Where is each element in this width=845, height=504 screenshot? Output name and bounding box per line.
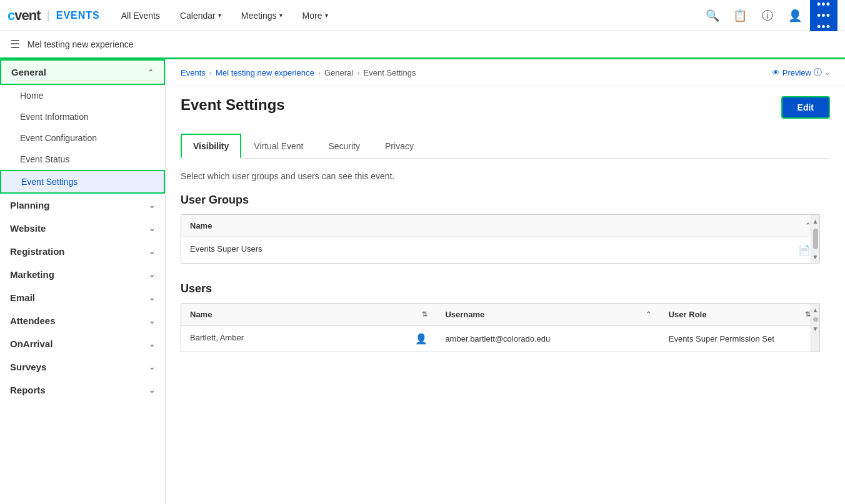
- scroll-up-arrow[interactable]: ▲: [811, 304, 820, 316]
- users-table: Name ⇅ Username ⌃: [181, 304, 819, 352]
- sidebar-item-planning[interactable]: Planning ⌄: [0, 194, 165, 217]
- chevron-down-icon: ⌄: [149, 340, 155, 348]
- user-icon: 👤: [788, 9, 802, 22]
- user-username-cell: amber.bartlett@colorado.edu: [436, 326, 659, 352]
- chevron-down-icon: ⌄: [824, 69, 830, 77]
- help-button[interactable]: ⓘ: [755, 3, 780, 28]
- sidebar-item-event-information[interactable]: Event Information: [0, 106, 165, 127]
- users-table-scrollbar[interactable]: ▲ ▼: [811, 304, 819, 352]
- grid-apps-button[interactable]: •••••••••: [810, 0, 838, 31]
- chevron-down-icon: ⌄: [149, 386, 155, 395]
- info-icon: ⓘ: [814, 67, 822, 78]
- logo-divider: |: [47, 8, 50, 22]
- cvent-logo: cvent: [8, 7, 41, 24]
- name-sort-icon[interactable]: ⇅: [422, 310, 428, 319]
- events-label: EVENTS: [56, 10, 100, 21]
- nav-links: All Events Calendar ▾ Meetings ▾ More ▾: [112, 0, 700, 31]
- user-badge-icon: 👤: [415, 333, 428, 345]
- user-name-cell: Bartlett, Amber 👤: [181, 326, 436, 352]
- chevron-down-icon: ⌄: [149, 247, 155, 256]
- sidebar-item-event-status[interactable]: Event Status: [0, 149, 165, 170]
- top-navigation: cvent | EVENTS All Events Calendar ▾ Mee…: [0, 0, 845, 31]
- chevron-down-icon: ▾: [325, 12, 328, 19]
- nav-more[interactable]: More ▾: [294, 0, 337, 31]
- report-icon: 📋: [733, 9, 747, 22]
- title-edit-row: Event Settings Edit: [181, 96, 830, 124]
- user-groups-name-cell: Events Super Users 📄: [181, 237, 819, 264]
- sidebar-item-event-settings[interactable]: Event Settings: [0, 170, 165, 194]
- users-title: Users: [181, 282, 830, 295]
- breadcrumb-event-name[interactable]: Mel testing new experience: [216, 68, 314, 77]
- visibility-description: Select which user groups and users can s…: [181, 171, 830, 181]
- breadcrumb-sep-1: ›: [209, 68, 212, 77]
- hamburger-menu[interactable]: ☰: [10, 37, 20, 51]
- breadcrumb: Events › Mel testing new experience › Ge…: [181, 68, 416, 77]
- sidebar-item-marketing[interactable]: Marketing ⌄: [0, 263, 165, 286]
- sidebar-item-surveys[interactable]: Surveys ⌄: [0, 355, 165, 378]
- chevron-down-icon: ⌄: [149, 317, 155, 325]
- sidebar: General ⌃ Home Event Information Event C…: [0, 59, 166, 504]
- chevron-up-icon: ⌃: [148, 68, 154, 77]
- grid-icon: •••••••••: [817, 0, 831, 32]
- sort-icon[interactable]: ⌃: [805, 222, 811, 230]
- chevron-down-icon: ▾: [218, 12, 221, 19]
- nav-calendar[interactable]: Calendar ▾: [171, 0, 230, 31]
- page-content: Event Settings Edit Visibility Virtual E…: [166, 86, 845, 381]
- nav-meetings[interactable]: Meetings ▾: [232, 0, 291, 31]
- chevron-down-icon: ▾: [279, 12, 282, 19]
- help-icon: ⓘ: [762, 8, 773, 23]
- sidebar-item-reports[interactable]: Reports ⌄: [0, 378, 165, 402]
- breadcrumb-current: Event Settings: [364, 68, 416, 77]
- users-table-wrap: Name ⇅ Username ⌃: [181, 303, 820, 352]
- user-button[interactable]: 👤: [782, 3, 808, 28]
- users-role-col-header: User Role ⇅: [660, 304, 819, 326]
- breadcrumb-sep-3: ›: [357, 68, 359, 77]
- nav-icons: 🔍 📋 ⓘ 👤 •••••••••: [700, 0, 838, 31]
- username-sort-icon[interactable]: ⌃: [646, 310, 651, 319]
- tabs: Visibility Virtual Event Security Privac…: [181, 134, 830, 159]
- users-username-col-header: Username ⌃: [436, 304, 659, 326]
- chevron-down-icon: ⌄: [149, 294, 155, 302]
- page-title: Event Settings: [181, 96, 285, 114]
- scroll-up-arrow[interactable]: ▲: [811, 215, 820, 227]
- sub-header: ☰ Mel testing new experience: [0, 31, 845, 59]
- table-row: Bartlett, Amber 👤 amber.bartlett@colorad…: [181, 326, 819, 352]
- reports-button[interactable]: 📋: [728, 3, 752, 28]
- users-name-col-header: Name ⇅: [181, 304, 436, 326]
- sidebar-item-home[interactable]: Home: [0, 85, 165, 106]
- sidebar-item-general[interactable]: General ⌃: [0, 59, 165, 85]
- scroll-down-arrow[interactable]: ▼: [811, 323, 820, 335]
- breadcrumb-events[interactable]: Events: [181, 68, 206, 77]
- main-layout: General ⌃ Home Event Information Event C…: [0, 59, 845, 504]
- role-sort-icon[interactable]: ⇅: [805, 310, 811, 319]
- table-scrollbar[interactable]: ▲ ▼: [811, 215, 819, 263]
- current-event-name: Mel testing new experience: [28, 39, 134, 49]
- sidebar-item-website[interactable]: Website ⌄: [0, 217, 165, 240]
- sidebar-item-attendees[interactable]: Attendees ⌄: [0, 309, 165, 332]
- tab-security[interactable]: Security: [316, 134, 372, 159]
- preview-link[interactable]: 👁 Preview ⓘ ⌄: [772, 67, 830, 78]
- nav-all-events[interactable]: All Events: [112, 0, 169, 31]
- scroll-down-arrow[interactable]: ▼: [811, 250, 820, 263]
- sidebar-item-email[interactable]: Email ⌄: [0, 286, 165, 309]
- scroll-thumb[interactable]: [813, 317, 818, 322]
- tab-visibility[interactable]: Visibility: [181, 134, 241, 159]
- chevron-down-icon: ⌄: [149, 270, 155, 279]
- logo-area[interactable]: cvent | EVENTS: [8, 7, 100, 24]
- sidebar-item-onarrival[interactable]: OnArrival ⌄: [0, 332, 165, 355]
- tab-privacy[interactable]: Privacy: [372, 134, 426, 159]
- user-groups-table: Name ⌃ Events Super Users 📄: [181, 215, 819, 263]
- breadcrumb-actions: 👁 Preview ⓘ ⌄: [772, 67, 830, 78]
- sidebar-item-registration[interactable]: Registration ⌄: [0, 240, 165, 263]
- sidebar-item-event-configuration[interactable]: Event Configuration: [0, 127, 165, 149]
- chevron-down-icon: ⌄: [149, 224, 155, 233]
- search-icon: 🔍: [706, 9, 719, 22]
- scroll-thumb[interactable]: [813, 229, 818, 249]
- user-role-cell: Events Super Permission Set: [660, 326, 819, 352]
- search-button[interactable]: 🔍: [700, 3, 725, 28]
- breadcrumb-bar: Events › Mel testing new experience › Ge…: [166, 59, 845, 86]
- eye-icon: 👁: [772, 68, 780, 77]
- tab-virtual-event[interactable]: Virtual Event: [241, 134, 316, 159]
- edit-button[interactable]: Edit: [781, 96, 830, 119]
- breadcrumb-general: General: [324, 68, 353, 77]
